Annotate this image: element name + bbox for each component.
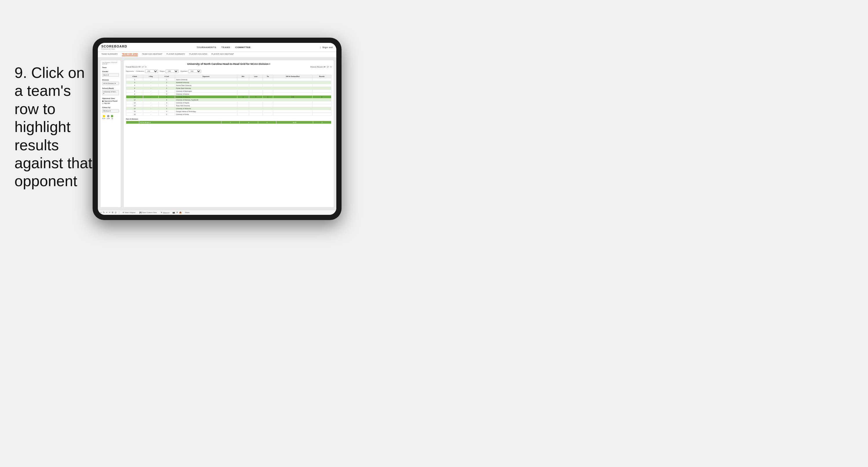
view-original-btn[interactable]: 👁 View: Original: [122, 211, 136, 214]
tab-player-h2h-heatmap[interactable]: PLAYER H2H HEATMAP: [211, 53, 234, 56]
legend-dot-up: [111, 115, 113, 117]
header-reg: # Reg: [143, 75, 158, 78]
table-cell: Vanderbilt University: [175, 81, 237, 84]
table-row[interactable]: 11-5University of Alabama3002.618: [126, 95, 332, 98]
table-row[interactable]: 9-3University of Arizona: [126, 93, 332, 95]
table-cell: University of Oklahoma: [175, 107, 237, 110]
share-btn[interactable]: Share: [184, 211, 190, 214]
table-cell: University of Washington: [175, 90, 237, 93]
table-cell: [249, 104, 262, 107]
export-icon[interactable]: 📤: [179, 211, 182, 214]
table-cell: [237, 81, 249, 84]
table-cell: University of Alabama: [175, 95, 237, 98]
table-cell: [273, 78, 312, 81]
table-cell: -: [143, 81, 158, 84]
table-cell: 3: [237, 95, 249, 98]
table-cell: [237, 107, 249, 110]
conference-filter: Conference (All): [136, 69, 158, 73]
table-row[interactable]: 15-4Georgia Institute of Technology: [126, 110, 332, 113]
table-cell: [249, 101, 262, 104]
table-cell: -: [143, 93, 158, 95]
division-select[interactable]: NCAA Division I ▾: [102, 82, 119, 85]
out-of-division-row[interactable]: NCAA Division II 1 0 0 26.00 3: [126, 121, 332, 124]
header-opponent: Opponent: [175, 75, 237, 78]
table-cell: 8: [126, 90, 143, 93]
undo-icon[interactable]: ↩: [100, 211, 102, 214]
tab-team-h2h-grid[interactable]: TEAM H2H GRID: [122, 53, 138, 56]
tab-player-h2h-grid[interactable]: PLAYER H2H GRID: [189, 53, 208, 56]
region-select[interactable]: (All): [165, 69, 179, 73]
out-of-division: Out of division NCAA Division II 1 0 0 2…: [126, 118, 332, 124]
sign-out-link[interactable]: Sign out: [322, 46, 333, 49]
instruction-text: 9. Click on a team's row to highlight re…: [14, 64, 95, 190]
table-cell: [273, 113, 312, 116]
nav-tournaments[interactable]: TOURNAMENTS: [196, 46, 216, 49]
table-cell: [312, 78, 331, 81]
save-icon: 💾: [140, 212, 142, 214]
main-content: Last Updated: 27/03/2024 16:55:38 Team G…: [98, 58, 336, 210]
table-row[interactable]: 13-1Texas Tech University: [126, 104, 332, 107]
table-row[interactable]: 2-1Auburn University: [126, 78, 332, 81]
table-cell: [237, 104, 249, 107]
colour-by-section: Colour by Win/loss ▾: [102, 107, 119, 113]
copy-icon[interactable]: ⊞: [112, 211, 114, 214]
table-cell: -: [143, 87, 158, 90]
save-custom-btn[interactable]: 💾 Save Custom View: [138, 211, 158, 214]
table-row[interactable]: 4-1Arizona State University: [126, 84, 332, 87]
table-cell: [262, 98, 273, 101]
table-row[interactable]: 6-2Florida State University: [126, 87, 332, 90]
filters-row: Opponents: Conference (All) Region (All): [126, 69, 332, 73]
clock-icon[interactable]: ⏱: [115, 212, 117, 214]
radio-opponents-played[interactable]: Opponents Played: [102, 100, 119, 102]
division-section: Division NCAA Division I ▾: [102, 79, 119, 85]
team-section: Team: [102, 66, 119, 68]
radio-top100[interactable]: Top 100: [102, 103, 119, 104]
redo-icon[interactable]: ↻: [103, 211, 105, 214]
opponent-label: Opponent: [180, 70, 187, 72]
table-row[interactable]: 16-2University of Florida: [126, 113, 332, 116]
nav-teams[interactable]: TEAMS: [221, 46, 230, 49]
table-row[interactable]: 14-2University of Oklahoma: [126, 107, 332, 110]
table-cell: 14: [126, 107, 143, 110]
table-cell: 12: [126, 98, 143, 101]
table-cell: [237, 87, 249, 90]
table-cell: [273, 107, 312, 110]
tablet-screen: SCOREBOARD Powered by clippi TOURNAMENTS…: [98, 43, 336, 215]
opponent-view-section: Opponent View Opponents Played Top 100: [102, 97, 119, 104]
opponent-select[interactable]: (All): [188, 69, 201, 73]
undo-redo-icons: ↩ ↻ ↩ ✂ ⊞ ⏱: [100, 211, 117, 214]
table-cell: 5: [158, 95, 175, 98]
download-icon[interactable]: ⬇: [176, 211, 178, 214]
tab-team-h2h-heatmap[interactable]: TEAM H2H HEATMAP: [142, 53, 162, 56]
table-cell: [237, 84, 249, 87]
table-row[interactable]: 8-2University of Washington: [126, 90, 332, 93]
header-loss: Loss: [249, 75, 262, 78]
save-custom-label: Save Custom View: [142, 212, 157, 213]
division-label: Division: [102, 79, 119, 81]
table-cell: [249, 81, 262, 84]
eye-icon: 👁: [122, 212, 124, 213]
nav-committee[interactable]: COMMITTEE: [235, 46, 251, 49]
tab-team-summary[interactable]: TEAM SUMMARY: [101, 53, 118, 56]
table-row[interactable]: 13-3University of Virginia: [126, 101, 332, 104]
school-select[interactable]: University of Nort... ▾: [102, 90, 119, 95]
table-row[interactable]: 12-6University of Arkansas, Fayetteville: [126, 98, 332, 101]
gender-select[interactable]: Men's ▾: [102, 73, 119, 77]
colour-by-select[interactable]: Win/loss ▾: [102, 109, 119, 113]
table-cell: [249, 84, 262, 87]
legend-up: Up: [111, 115, 113, 119]
tab-player-summary[interactable]: PLAYER SUMMARY: [166, 53, 185, 56]
right-panel: University of North Carolina Head-to-Hea…: [123, 60, 334, 208]
table-cell: University of Arizona: [175, 93, 237, 95]
watch-btn[interactable]: 👁 Watch ▾: [160, 211, 170, 214]
sign-out-area: | Sign out: [320, 46, 333, 49]
back-icon[interactable]: ↩: [106, 211, 108, 214]
table-cell: [312, 101, 331, 104]
table-cell: [273, 104, 312, 107]
table-cell: 2: [158, 113, 175, 116]
conference-select[interactable]: (All): [145, 69, 158, 73]
table-cell: [273, 81, 312, 84]
scissors-icon[interactable]: ✂: [109, 211, 111, 214]
table-row[interactable]: 3-2Vanderbilt University: [126, 81, 332, 84]
screenshot-icon[interactable]: 📷: [173, 211, 175, 214]
